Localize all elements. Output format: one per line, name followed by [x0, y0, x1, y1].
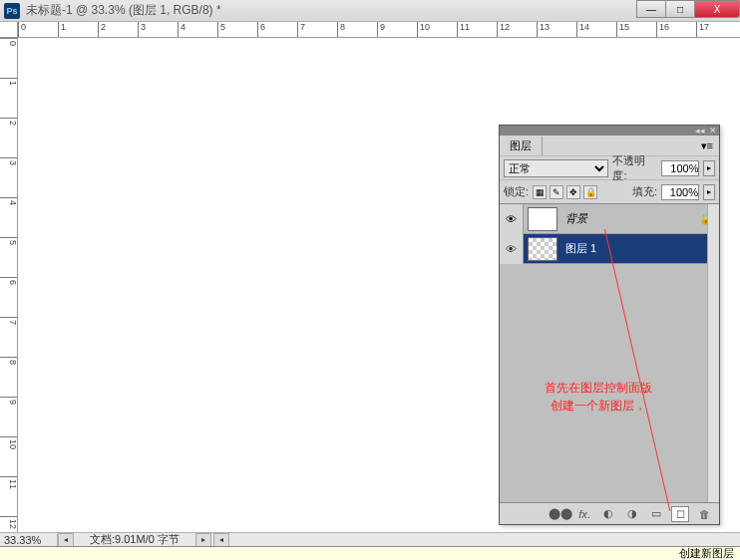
- lock-label: 锁定:: [504, 184, 529, 199]
- layers-panel: ◂◂ ✕ 图层 ▾≡ 正常 不透明度: ▸ 锁定: ▦ ✎ ✥ 🔒 填充: ▸ …: [499, 125, 720, 525]
- visibility-icon[interactable]: 👁: [500, 234, 524, 264]
- tab-layers[interactable]: 图层: [500, 137, 543, 155]
- opacity-input[interactable]: [661, 160, 699, 176]
- tooltip-text: 创建新图层: [679, 546, 734, 560]
- fill-stepper[interactable]: ▸: [703, 184, 715, 200]
- scroll-track-left[interactable]: ◂: [213, 533, 229, 547]
- adjustment-icon[interactable]: ◑: [623, 506, 641, 522]
- panel-close-icon[interactable]: ✕: [709, 126, 717, 136]
- panel-footer: ⬤⬤ fx. ◐ ◑ ▭ ◻ 🗑: [500, 502, 719, 524]
- opacity-stepper[interactable]: ▸: [703, 160, 715, 176]
- layer-name[interactable]: 图层 1: [561, 241, 719, 256]
- fill-label: 填充:: [632, 184, 657, 199]
- visibility-icon[interactable]: 👁: [500, 204, 524, 234]
- maximize-button[interactable]: □: [665, 0, 695, 18]
- panel-collapse-icon[interactable]: ◂◂: [695, 126, 705, 136]
- document-title: 未标题-1 @ 33.3% (图层 1, RGB/8) *: [26, 2, 637, 19]
- window-titlebar: Ps 未标题-1 @ 33.3% (图层 1, RGB/8) * — □ X: [0, 0, 740, 22]
- ruler-origin[interactable]: [0, 22, 18, 38]
- blend-mode-select[interactable]: 正常: [504, 159, 608, 177]
- zoom-level[interactable]: 33.33%: [0, 534, 58, 546]
- scroll-left-button[interactable]: ◂: [58, 533, 74, 547]
- layer-scrollbar[interactable]: [707, 204, 719, 502]
- lock-position-icon[interactable]: ✥: [566, 185, 580, 199]
- layer-name[interactable]: 背景: [561, 211, 699, 226]
- panel-menu-icon[interactable]: ▾≡: [701, 140, 719, 152]
- folder-icon[interactable]: ▭: [647, 506, 665, 522]
- layer-thumbnail[interactable]: [528, 237, 557, 261]
- annotation-text: 首先在图层控制面版 创建一个新图层，: [545, 379, 652, 415]
- blend-row: 正常 不透明度: ▸: [500, 155, 719, 179]
- layer-thumbnail[interactable]: [528, 207, 557, 231]
- close-button[interactable]: X: [694, 0, 740, 18]
- doc-info-arrow[interactable]: ▸: [195, 533, 211, 547]
- status-bar: 33.33% ◂ 文档:9.01M/0 字节 ▸ ◂: [0, 532, 740, 546]
- trash-icon[interactable]: 🗑: [695, 506, 713, 522]
- panel-tabs: 图层 ▾≡: [500, 136, 719, 155]
- minimize-button[interactable]: —: [636, 0, 666, 18]
- fx-icon[interactable]: fx.: [575, 506, 593, 522]
- link-layers-icon[interactable]: ⬤⬤: [552, 506, 569, 522]
- ruler-vertical[interactable]: 0123456789101112: [0, 38, 18, 532]
- app-icon: Ps: [4, 3, 20, 19]
- ruler-horizontal[interactable]: 01234567891011121314151617: [18, 22, 740, 38]
- fill-input[interactable]: [661, 184, 699, 200]
- new-layer-icon[interactable]: ◻: [671, 506, 689, 522]
- mask-icon[interactable]: ◐: [599, 506, 617, 522]
- layer-row[interactable]: 👁背景🔒: [500, 204, 719, 234]
- lock-row: 锁定: ▦ ✎ ✥ 🔒 填充: ▸: [500, 179, 719, 203]
- opacity-label: 不透明度:: [612, 153, 657, 183]
- lock-all-icon[interactable]: 🔒: [583, 185, 597, 199]
- doc-info[interactable]: 文档:9.01M/0 字节: [74, 532, 195, 547]
- lock-transparency-icon[interactable]: ▦: [533, 185, 547, 199]
- tooltip-bar: 创建新图层: [0, 546, 740, 560]
- panel-grip[interactable]: ◂◂ ✕: [500, 126, 719, 136]
- lock-pixels-icon[interactable]: ✎: [550, 185, 563, 199]
